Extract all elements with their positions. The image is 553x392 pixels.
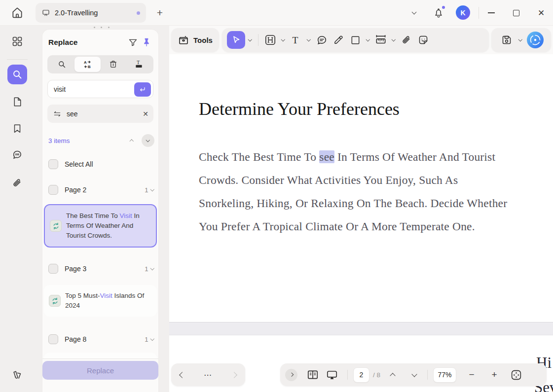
back-button[interactable] [180, 373, 184, 377]
status-bar: 2 / 8 77% − + [280, 363, 547, 386]
search-submit-button[interactable] [134, 82, 151, 97]
search-result-item[interactable]: The Best Time To Visit In Terms Of Weath… [44, 204, 157, 248]
search-result-item[interactable]: Top 5 Must-Visit Islands Of 2024 [44, 285, 157, 317]
heading-tool-button[interactable] [262, 31, 278, 49]
more-button[interactable]: ⋯ [204, 370, 213, 380]
plus-icon: + [491, 369, 497, 380]
presentation-button[interactable] [322, 366, 342, 384]
select-tool-button[interactable] [227, 31, 245, 49]
page-group-row[interactable]: Page 8 1 [48, 332, 153, 347]
search-input[interactable] [54, 85, 128, 93]
tab-replace[interactable]: AB [74, 57, 100, 72]
document-page[interactable]: Determine Your Preferences Check The Bes… [169, 54, 553, 392]
filter-button[interactable] [126, 36, 140, 48]
search-icon [11, 69, 23, 80]
ellipsis-icon: ⋯ [204, 370, 213, 380]
tab-search[interactable] [49, 57, 74, 72]
page-checkbox[interactable] [48, 185, 58, 195]
user-avatar[interactable]: K [456, 5, 470, 20]
chevron-down-icon [366, 37, 370, 41]
titlebar-dropdown-button[interactable] [408, 8, 419, 18]
panel-toggle-button[interactable] [285, 369, 297, 381]
ai-assistant-button[interactable] [526, 31, 544, 49]
page-group-label: Page 3 [65, 265, 145, 273]
close-button[interactable]: ✕ [534, 6, 548, 19]
page-number-input[interactable]: 2 [353, 367, 369, 383]
toolbar-divider [258, 34, 258, 46]
replace-input[interactable] [67, 110, 131, 118]
page-checkbox[interactable] [48, 264, 58, 274]
pin-button[interactable] [140, 36, 153, 48]
attach-tool-button[interactable] [399, 31, 414, 49]
book-view-icon [306, 368, 319, 381]
square-icon [350, 35, 361, 46]
maximize-button[interactable] [509, 7, 523, 19]
select-all-row[interactable]: Select All [48, 157, 153, 172]
tools-button[interactable]: Tools [171, 28, 219, 52]
page-group-count[interactable]: 1 [145, 186, 153, 194]
measure-tool-button[interactable] [373, 31, 389, 49]
tab-redact[interactable]: T [126, 57, 152, 72]
tools-label: Tools [193, 36, 213, 44]
new-tab-button[interactable]: + [153, 6, 166, 19]
search-panel-region: Replace AB [35, 26, 169, 392]
rail-comments-button[interactable] [7, 145, 27, 165]
expand-all-button[interactable] [142, 134, 154, 147]
clear-replace-button[interactable]: ✕ [143, 110, 148, 118]
zoom-in-button[interactable]: + [487, 366, 502, 384]
page-checkbox[interactable] [48, 334, 58, 344]
shape-tool-dropdown[interactable] [364, 31, 372, 49]
save-group [491, 28, 551, 52]
collapse-all-button[interactable] [126, 139, 138, 143]
page-separator [169, 322, 553, 335]
toolbox-icon [178, 34, 189, 46]
chevron-down-icon [150, 266, 154, 270]
forward-button[interactable] [232, 373, 236, 377]
replace-button[interactable]: Replace [42, 361, 158, 380]
rail-attachments-button[interactable] [7, 173, 27, 193]
save-dropdown[interactable] [516, 31, 524, 49]
rail-pages-button[interactable] [7, 92, 27, 111]
comment-icon [11, 149, 23, 161]
page-group-row[interactable]: Page 3 1 [48, 261, 153, 276]
heading-tool-dropdown[interactable] [279, 31, 287, 49]
measure-tool-dropdown[interactable] [390, 31, 398, 49]
minimize-button[interactable] [484, 7, 498, 19]
select-all-checkbox[interactable] [48, 159, 58, 169]
save-button[interactable] [499, 31, 515, 49]
next-page-button[interactable] [407, 366, 422, 384]
document-tab[interactable]: 2.0-Travelling [36, 3, 146, 23]
page-group-count[interactable]: 1 [145, 336, 153, 343]
marker-tool-button[interactable] [331, 31, 346, 49]
chevron-down-icon [281, 37, 285, 41]
fit-screen-icon [510, 369, 522, 381]
shape-tool-button[interactable] [347, 31, 363, 49]
tab-delete[interactable] [101, 57, 126, 72]
page-group-row[interactable]: Page 2 1 [48, 182, 153, 197]
search-result-item-partial[interactable] [44, 353, 157, 358]
text-tool-dropdown[interactable] [305, 31, 313, 49]
page-view-button[interactable] [303, 366, 322, 384]
rail-search-button[interactable] [7, 65, 27, 84]
rail-apps-button[interactable] [7, 32, 27, 51]
chevron-down-icon [146, 138, 150, 142]
rail-divider [7, 59, 28, 60]
items-count[interactable]: 3 items [48, 137, 126, 144]
previous-page-button[interactable] [385, 366, 400, 384]
document-heading: Determine Your Preferences [199, 99, 400, 119]
select-tool-dropdown[interactable] [246, 31, 254, 49]
sticker-tool-button[interactable] [415, 31, 431, 49]
page-group-count[interactable]: 1 [145, 265, 153, 273]
zoom-out-button[interactable]: − [464, 366, 479, 384]
clear-icon: ✕ [143, 110, 148, 118]
zoom-level[interactable]: 77% [433, 367, 456, 383]
rail-bookmarks-button[interactable] [7, 119, 27, 139]
fit-screen-button[interactable] [507, 366, 525, 384]
text-tool-button[interactable]: T [288, 31, 304, 49]
save-icon [501, 34, 513, 46]
notifications-button[interactable] [431, 5, 446, 21]
home-button[interactable] [9, 5, 26, 21]
comment-tool-button[interactable] [314, 31, 330, 49]
rail-theme-button[interactable] [7, 365, 27, 385]
notification-dot-icon [442, 6, 445, 9]
